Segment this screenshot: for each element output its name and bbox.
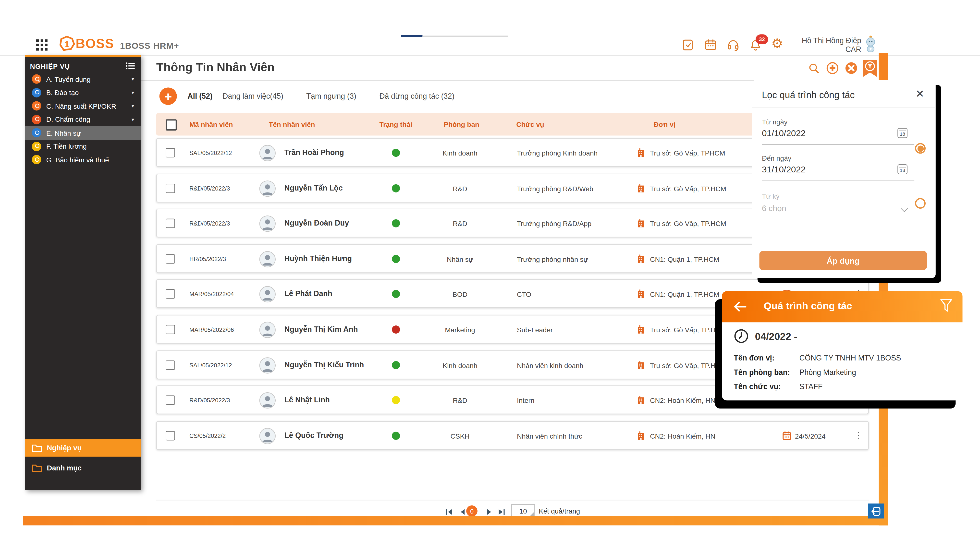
pagination-divider bbox=[156, 500, 869, 500]
status-dot bbox=[392, 326, 400, 333]
from-date-value[interactable]: 01/10/2022 bbox=[762, 128, 806, 138]
sidebar-item-e[interactable]: E. Nhân sự bbox=[25, 126, 141, 140]
unit: CN1: Quận 1, TP.HCM bbox=[650, 291, 719, 298]
datepicker-icon[interactable]: 18 bbox=[897, 128, 907, 138]
folder-icon bbox=[32, 444, 42, 452]
col-employee-id: Mã nhân viên bbox=[189, 121, 233, 128]
filter-panel: Lọc quá trình công tác ✕ Từ ngày 01/10/2… bbox=[752, 80, 935, 278]
unit: Trụ sở: Gò Vấp, TP.HCM bbox=[650, 326, 726, 334]
col-department: Phòng ban bbox=[444, 121, 479, 128]
employee-id: MAR/05/2022/04 bbox=[189, 291, 234, 297]
current-page-badge[interactable]: 0 bbox=[466, 505, 477, 517]
row-checkbox[interactable] bbox=[165, 254, 175, 264]
row-checkbox[interactable] bbox=[165, 289, 175, 299]
sidebar-footer-danh-muc[interactable]: Danh mục bbox=[25, 460, 141, 475]
col-unit: Đơn vị bbox=[654, 121, 676, 128]
arrow-left-icon bbox=[871, 506, 881, 516]
building-icon bbox=[637, 254, 645, 265]
chevron-down-icon[interactable] bbox=[901, 205, 908, 212]
building-icon bbox=[637, 395, 645, 407]
sidebar-footer-label: Nghiệp vụ bbox=[47, 444, 81, 452]
search-icon[interactable] bbox=[809, 63, 819, 76]
avatar bbox=[259, 145, 275, 161]
sidebar-item-b[interactable]: B. Đào tạo▼ bbox=[25, 86, 141, 99]
employee-id: HR/05/2022/3 bbox=[189, 256, 226, 262]
employee-name: Nguyễn Thị Kim Anh bbox=[285, 325, 358, 334]
back-arrow-icon[interactable] bbox=[733, 301, 747, 315]
row-checkbox[interactable] bbox=[165, 148, 175, 157]
row-checkbox[interactable] bbox=[165, 431, 175, 440]
unit: CN2: Hoàn Kiếm, HN bbox=[650, 432, 715, 440]
headset-icon[interactable] bbox=[726, 38, 740, 52]
add-icon[interactable] bbox=[826, 62, 838, 77]
collapse-button[interactable] bbox=[868, 503, 884, 518]
avatar bbox=[259, 181, 275, 197]
clear-icon[interactable] bbox=[845, 62, 858, 77]
apply-button[interactable]: Áp dụng bbox=[759, 251, 927, 270]
row-checkbox[interactable] bbox=[165, 184, 175, 193]
select-all-checkbox[interactable] bbox=[165, 119, 177, 130]
building-icon bbox=[637, 360, 645, 372]
input-underline bbox=[762, 144, 914, 145]
position: Trưởng phòng R&D/Web bbox=[517, 185, 593, 192]
period-radio-unselected[interactable] bbox=[915, 198, 926, 209]
calendar-icon[interactable] bbox=[704, 38, 718, 52]
date-range-radio-selected[interactable] bbox=[915, 143, 926, 154]
row-checkbox[interactable] bbox=[165, 360, 175, 370]
user-info[interactable]: Hồ Thị Hồng Điệp CAR bbox=[769, 36, 861, 54]
prev-page-icon[interactable] bbox=[459, 507, 467, 515]
employee-name: Nguyễn Đoàn Duy bbox=[285, 219, 349, 227]
tab-all[interactable]: All (52) bbox=[188, 92, 212, 101]
assistant-avatar[interactable] bbox=[864, 35, 877, 55]
row-checkbox[interactable] bbox=[165, 325, 175, 334]
sidebar-item-c[interactable]: C. Năng suất KPI/OKR▼ bbox=[25, 99, 141, 113]
unit: Trụ sở: Gò Vấp, TP.HCM bbox=[650, 220, 726, 227]
notifications-bell-icon[interactable]: 32 bbox=[749, 38, 762, 52]
building-icon bbox=[637, 184, 645, 195]
close-icon[interactable]: ✕ bbox=[916, 87, 924, 101]
first-page-icon[interactable] bbox=[445, 507, 453, 515]
last-page-icon[interactable] bbox=[498, 507, 506, 515]
unit: Trụ sở: Gò Vấp, TP.HCM bbox=[650, 362, 726, 369]
to-date-value[interactable]: 31/10/2022 bbox=[762, 164, 806, 175]
avatar bbox=[259, 251, 275, 267]
top-header: 1 BOSS 1BOSS HRM+ 32 ⚙ Hồ Thị Hồng Điệp … bbox=[0, 0, 980, 56]
chevron-down-icon[interactable]: ▼ bbox=[130, 104, 135, 108]
page-size-input[interactable]: 10 bbox=[511, 504, 535, 518]
filter-bookmark-icon[interactable] bbox=[863, 60, 877, 79]
row-menu-icon[interactable]: ⋮ bbox=[854, 430, 862, 440]
tasks-icon[interactable] bbox=[681, 38, 695, 52]
sidebar-item-a[interactable]: A. Tuyển dụng▼ bbox=[25, 73, 141, 86]
row-checkbox[interactable] bbox=[165, 395, 175, 405]
row-checkbox[interactable] bbox=[165, 219, 175, 228]
department: R&D bbox=[429, 397, 491, 404]
tab-working[interactable]: Đang làm việc(45) bbox=[223, 92, 283, 101]
chevron-down-icon[interactable]: ▼ bbox=[130, 77, 135, 81]
sidebar-item-g[interactable]: G. Bảo hiểm và thuế bbox=[25, 153, 141, 167]
app-grid-icon[interactable] bbox=[36, 40, 48, 51]
sidebar-list-icon[interactable] bbox=[126, 61, 135, 73]
sidebar-footer-nghiep-vu[interactable]: Nghiệp vụ bbox=[25, 439, 141, 456]
next-page-icon[interactable] bbox=[485, 507, 493, 515]
funnel-icon[interactable] bbox=[940, 299, 953, 316]
table-row[interactable]: CS/05/2022/2Lê Quốc TrườngCSKHNhân viên … bbox=[156, 421, 869, 449]
period-value[interactable]: 6 chọn bbox=[762, 204, 786, 213]
input-underline bbox=[762, 181, 914, 181]
status-dot bbox=[392, 149, 400, 157]
avatar bbox=[259, 286, 275, 302]
chevron-down-icon[interactable]: ▼ bbox=[130, 117, 135, 122]
notification-badge: 32 bbox=[756, 34, 768, 44]
sidebar-item-f[interactable]: F. Tiền lương bbox=[25, 140, 141, 153]
sidebar-item-d[interactable]: D. Chấm công▼ bbox=[25, 113, 141, 126]
datepicker-icon[interactable]: 18 bbox=[897, 164, 907, 175]
tab-stopped[interactable]: Đã dừng công tác (32) bbox=[379, 92, 454, 101]
sidebar-item-label: C. Năng suất KPI/OKR bbox=[46, 102, 116, 110]
timekeeping-icon bbox=[32, 115, 41, 124]
chevron-down-icon[interactable]: ▼ bbox=[130, 91, 135, 95]
employee-id: R&D/05/2022/3 bbox=[189, 185, 230, 192]
brand-logo[interactable]: 1 BOSS bbox=[59, 35, 114, 52]
add-employee-button[interactable]: + bbox=[159, 87, 177, 105]
detail-field-value: Phòng Marketing bbox=[799, 368, 856, 377]
user-name: Hồ Thị Hồng Điệp bbox=[769, 36, 861, 45]
tab-paused[interactable]: Tạm ngưng (3) bbox=[306, 92, 356, 101]
